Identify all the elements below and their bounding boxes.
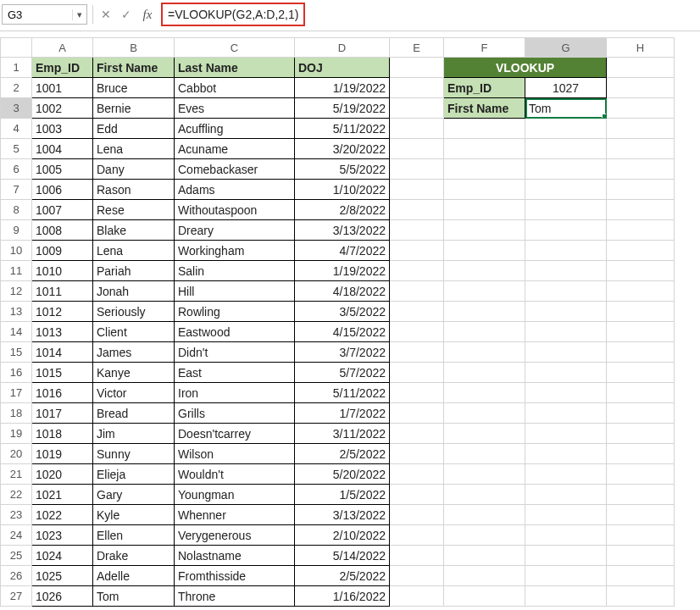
cell-firstname[interactable]: Adelle — [93, 566, 175, 586]
name-box[interactable]: ▾ — [2, 4, 87, 25]
cell-E23[interactable] — [390, 505, 444, 525]
cell-F23[interactable] — [444, 505, 525, 525]
cell-H4[interactable] — [607, 119, 675, 139]
cell-F7[interactable] — [444, 180, 525, 200]
cell-E26[interactable] — [390, 566, 444, 586]
cell-F15[interactable] — [444, 342, 525, 363]
lookup-id-label[interactable]: Emp_ID — [444, 78, 525, 98]
rowhdr-16[interactable]: 16 — [1, 363, 32, 383]
cell-H3[interactable] — [607, 98, 675, 119]
cell-F24[interactable] — [444, 525, 525, 546]
cell-F18[interactable] — [444, 403, 525, 424]
rowhdr-2[interactable]: 2 — [1, 78, 32, 98]
rowhdr-24[interactable]: 24 — [1, 525, 32, 546]
cell-empid[interactable]: 1026 — [32, 586, 93, 607]
cell-H16[interactable] — [607, 363, 675, 383]
cell-H13[interactable] — [607, 302, 675, 322]
cell-lastname[interactable]: Withoutaspoon — [175, 200, 295, 220]
cell-empid[interactable]: 1008 — [32, 220, 93, 241]
rowhdr-11[interactable]: 11 — [1, 261, 32, 281]
cell-E17[interactable] — [390, 383, 444, 403]
cell-firstname[interactable]: Jim — [93, 424, 175, 444]
rowhdr-26[interactable]: 26 — [1, 566, 32, 586]
cell-G12[interactable] — [525, 281, 607, 302]
cell-empid[interactable]: 1025 — [32, 566, 93, 586]
cell-F27[interactable] — [444, 586, 525, 607]
cell-firstname[interactable]: Rason — [93, 180, 175, 200]
cell-firstname[interactable]: Lena — [93, 139, 175, 159]
cell-lastname[interactable]: Didn't — [175, 342, 295, 363]
cell-G8[interactable] — [525, 200, 607, 220]
cell-F21[interactable] — [444, 464, 525, 485]
cell-H21[interactable] — [607, 464, 675, 485]
cell-E9[interactable] — [390, 220, 444, 241]
cell-empid[interactable]: 1003 — [32, 119, 93, 139]
rowhdr-19[interactable]: 19 — [1, 424, 32, 444]
cell-H14[interactable] — [607, 322, 675, 342]
cell-doj[interactable]: 3/13/2022 — [295, 220, 390, 241]
cell-doj[interactable]: 5/11/2022 — [295, 119, 390, 139]
cell-G11[interactable] — [525, 261, 607, 281]
cell-G16[interactable] — [525, 363, 607, 383]
cell-doj[interactable]: 5/5/2022 — [295, 159, 390, 180]
cell-F14[interactable] — [444, 322, 525, 342]
cell-doj[interactable]: 1/19/2022 — [295, 261, 390, 281]
lookup-id-value[interactable]: 1027 — [525, 78, 607, 98]
cell-G19[interactable] — [525, 424, 607, 444]
cell-empid[interactable]: 1004 — [32, 139, 93, 159]
hdr-doj[interactable]: DOJ — [295, 58, 390, 78]
cell-G10[interactable] — [525, 241, 607, 261]
cell-E6[interactable] — [390, 159, 444, 180]
cell-firstname[interactable]: Ellen — [93, 525, 175, 546]
cell-H8[interactable] — [607, 200, 675, 220]
select-all[interactable] — [1, 38, 32, 58]
cell-F10[interactable] — [444, 241, 525, 261]
cell-doj[interactable]: 1/5/2022 — [295, 485, 390, 505]
cell-G7[interactable] — [525, 180, 607, 200]
cell-lastname[interactable]: Adams — [175, 180, 295, 200]
cell-E18[interactable] — [390, 403, 444, 424]
cell-empid[interactable]: 1015 — [32, 363, 93, 383]
rowhdr-1[interactable]: 1 — [1, 58, 32, 78]
cell-H24[interactable] — [607, 525, 675, 546]
cell-firstname[interactable]: Kyle — [93, 505, 175, 525]
cell-doj[interactable]: 3/20/2022 — [295, 139, 390, 159]
rowhdr-18[interactable]: 18 — [1, 403, 32, 424]
rowhdr-15[interactable]: 15 — [1, 342, 32, 363]
cell-H20[interactable] — [607, 444, 675, 464]
worksheet-grid[interactable]: A B C D E F G H 1Emp_IDFirst NameLast Na… — [0, 37, 700, 610]
cell-G27[interactable] — [525, 586, 607, 607]
cell-E14[interactable] — [390, 322, 444, 342]
cell-H1[interactable] — [607, 58, 675, 78]
cell-doj[interactable]: 1/19/2022 — [295, 78, 390, 98]
cell-E4[interactable] — [390, 119, 444, 139]
lookup-fn-value[interactable]: Tom — [525, 98, 607, 119]
rowhdr-25[interactable]: 25 — [1, 546, 32, 566]
rowhdr-14[interactable]: 14 — [1, 322, 32, 342]
formula-input[interactable]: =VLOOKUP(G2,A:D,2,1) — [168, 8, 298, 21]
cell-H2[interactable] — [607, 78, 675, 98]
cell-G17[interactable] — [525, 383, 607, 403]
cell-empid[interactable]: 1013 — [32, 322, 93, 342]
cell-F12[interactable] — [444, 281, 525, 302]
cell-empid[interactable]: 1011 — [32, 281, 93, 302]
cell-E25[interactable] — [390, 546, 444, 566]
cell-G14[interactable] — [525, 322, 607, 342]
cell-empid[interactable]: 1007 — [32, 200, 93, 220]
cell-empid[interactable]: 1016 — [32, 383, 93, 403]
rowhdr-6[interactable]: 6 — [1, 159, 32, 180]
cell-F4[interactable] — [444, 119, 525, 139]
cell-empid[interactable]: 1010 — [32, 261, 93, 281]
cell-doj[interactable]: 1/10/2022 — [295, 180, 390, 200]
cell-lastname[interactable]: Verygenerous — [175, 525, 295, 546]
rowhdr-10[interactable]: 10 — [1, 241, 32, 261]
cell-H22[interactable] — [607, 485, 675, 505]
rowhdr-27[interactable]: 27 — [1, 586, 32, 607]
cell-lastname[interactable]: Grills — [175, 403, 295, 424]
cell-E7[interactable] — [390, 180, 444, 200]
cell-F17[interactable] — [444, 383, 525, 403]
cell-G26[interactable] — [525, 566, 607, 586]
cell-lastname[interactable]: Acuname — [175, 139, 295, 159]
fx-icon[interactable]: fx — [139, 8, 156, 22]
cell-E11[interactable] — [390, 261, 444, 281]
